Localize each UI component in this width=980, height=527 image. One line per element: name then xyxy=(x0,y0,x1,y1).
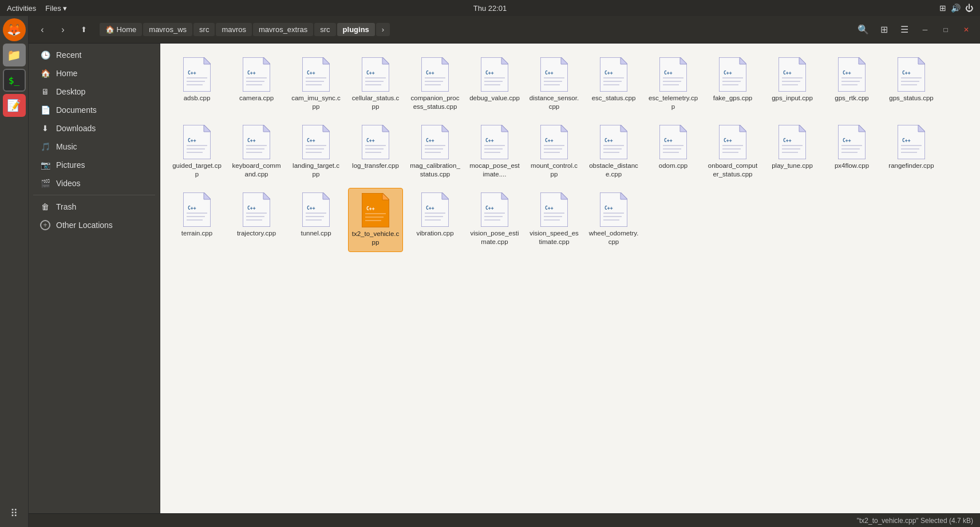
file-item[interactable]: C++ distance_sensor.cpp xyxy=(527,53,582,116)
file-grid: C++ adsb.cpp C++ camera.cpp C++ cam_imu_… xyxy=(169,53,971,252)
sidebar-item-recent[interactable]: 🕒 Recent xyxy=(31,46,157,64)
svg-text:C++: C++ xyxy=(426,206,434,211)
search-button[interactable]: 🔍 xyxy=(854,21,872,39)
taskbar-files[interactable]: 📁 xyxy=(3,44,26,66)
parent-folder-button[interactable]: ⬆ xyxy=(74,21,93,39)
file-label: mag_calibration_status.cpp xyxy=(410,162,460,179)
file-item[interactable]: C++ cellular_status.cpp xyxy=(348,53,403,116)
taskbar-terminal[interactable]: $_ xyxy=(3,69,26,92)
file-label: companion_process_status.cpp xyxy=(410,94,460,111)
file-item[interactable]: C++ obstacle_distance.cpp xyxy=(586,120,641,183)
svg-marker-43 xyxy=(621,57,627,64)
svg-text:C++: C++ xyxy=(664,138,673,143)
svg-text:C++: C++ xyxy=(247,206,256,211)
back-button[interactable]: ‹ xyxy=(33,21,52,39)
file-item[interactable]: C++ esc_status.cpp xyxy=(586,53,641,116)
sidebar-item-music[interactable]: 🎵 Music xyxy=(31,138,157,155)
file-icon: C++ xyxy=(302,192,330,227)
file-label: vision_pose_estimate.cpp xyxy=(469,229,520,246)
svg-marker-73 xyxy=(918,57,925,64)
taskbar-apps[interactable]: ⠿ xyxy=(3,502,26,525)
files-menu[interactable]: Files ▾ xyxy=(45,4,67,13)
file-icon: C++ xyxy=(481,57,508,92)
file-item[interactable]: C++ play_tune.cpp xyxy=(765,120,820,183)
breadcrumb-mavros[interactable]: mavros xyxy=(216,23,252,36)
view-options-button[interactable]: ⊞ xyxy=(875,21,893,39)
file-label: debug_value.cpp xyxy=(469,94,520,103)
file-item[interactable]: C++ adsb.cpp xyxy=(169,53,224,116)
breadcrumb-plugins[interactable]: plugins xyxy=(337,23,375,36)
sidebar-item-desktop[interactable]: 🖥 Desktop xyxy=(31,83,157,100)
sidebar-item-trash[interactable]: 🗑 Trash xyxy=(31,198,157,215)
taskbar-notepad[interactable]: 📝 xyxy=(3,94,26,117)
file-item[interactable]: C++ landing_target.cpp xyxy=(289,120,343,183)
file-item[interactable]: C++ gps_rtk.cpp xyxy=(824,53,879,116)
file-item[interactable]: C++ esc_telemetry.cpp xyxy=(646,53,701,116)
recent-icon: 🕒 xyxy=(40,50,50,60)
sidebar-item-downloads[interactable]: ⬇ Downloads xyxy=(31,120,157,137)
svg-text:C++: C++ xyxy=(188,138,196,143)
window-close[interactable]: ✕ xyxy=(957,21,975,39)
window-maximize[interactable]: □ xyxy=(936,21,955,39)
file-item[interactable]: C++ terrain.cpp xyxy=(169,188,224,252)
file-item[interactable]: C++ mount_control.cpp xyxy=(527,120,582,183)
file-item[interactable]: C++ mocap_pose_estimate.... xyxy=(467,120,522,183)
file-item[interactable]: C++ wheel_odometry.cpp xyxy=(586,188,641,252)
file-item[interactable]: C++ log_transfer.cpp xyxy=(348,120,403,183)
sidebar-item-pictures[interactable]: 📷 Pictures xyxy=(31,156,157,174)
breadcrumb-more[interactable]: › xyxy=(376,23,390,36)
file-label: tunnel.cpp xyxy=(301,229,331,238)
file-item[interactable]: C++ onboard_computer_status.cpp xyxy=(705,120,760,183)
svg-marker-139 xyxy=(799,125,806,132)
file-item[interactable]: C++ rangefinder.cpp xyxy=(884,120,939,183)
breadcrumb-mavros-extras[interactable]: mavros_extras xyxy=(253,23,313,36)
window-minimize[interactable]: ─ xyxy=(916,21,934,39)
file-item[interactable]: C++ trajectory.cpp xyxy=(229,188,284,252)
file-label: log_transfer.cpp xyxy=(352,162,399,170)
sidebar-item-documents[interactable]: 📄 Documents xyxy=(31,101,157,119)
menu-button[interactable]: ☰ xyxy=(895,21,914,39)
activities-label[interactable]: Activities xyxy=(7,4,36,13)
sidebar-item-home[interactable]: 🏠 Home xyxy=(31,65,157,82)
file-label: trajectory.cpp xyxy=(237,229,276,238)
file-item[interactable]: C++ vision_pose_estimate.cpp xyxy=(467,188,522,252)
sidebar-item-videos[interactable]: 🎬 Videos xyxy=(31,175,157,192)
svg-text:C++: C++ xyxy=(664,70,673,76)
file-icon: C++ xyxy=(659,125,687,159)
taskbar-firefox[interactable]: 🦊 xyxy=(3,18,26,41)
svg-text:C++: C++ xyxy=(902,138,911,143)
svg-text:C++: C++ xyxy=(366,70,375,76)
file-item[interactable]: C++ vibration.cpp xyxy=(408,188,463,252)
breadcrumb-src1[interactable]: src xyxy=(193,23,215,36)
file-item[interactable]: C++ gps_status.cpp xyxy=(884,53,939,116)
breadcrumb-src2[interactable]: src xyxy=(314,23,335,36)
svg-text:C++: C++ xyxy=(724,138,732,143)
sidebar-item-other-locations[interactable]: + Other Locations xyxy=(31,217,157,234)
file-item[interactable]: C++ tx2_to_vehicle.cpp xyxy=(348,188,403,252)
svg-marker-127 xyxy=(680,125,687,132)
svg-marker-187 xyxy=(501,192,508,199)
file-item[interactable]: C++ debug_value.cpp xyxy=(467,53,522,116)
file-item[interactable]: C++ px4flow.cpp xyxy=(824,120,879,183)
file-item[interactable]: C++ camera.cpp xyxy=(229,53,284,116)
file-item[interactable]: C++ tunnel.cpp xyxy=(289,188,343,252)
file-item[interactable]: C++ gps_input.cpp xyxy=(765,53,820,116)
file-item[interactable]: C++ cam_imu_sync.cpp xyxy=(289,53,343,116)
file-label: play_tune.cpp xyxy=(772,162,813,170)
file-item[interactable]: C++ companion_process_status.cpp xyxy=(408,53,463,116)
file-label: keyboard_command.cpp xyxy=(231,162,282,179)
svg-text:C++: C++ xyxy=(545,206,554,211)
breadcrumb-home[interactable]: 🏠 Home xyxy=(100,23,142,36)
forward-button[interactable]: › xyxy=(54,21,72,39)
file-item[interactable]: C++ odom.cpp xyxy=(646,120,701,183)
file-item[interactable]: C++ keyboard_command.cpp xyxy=(229,120,284,183)
file-item[interactable]: C++ guided_target.cpp xyxy=(169,120,224,183)
svg-text:C++: C++ xyxy=(485,206,494,211)
file-item[interactable]: C++ fake_gps.cpp xyxy=(705,53,760,116)
file-label: mount_control.cpp xyxy=(529,162,579,179)
file-item[interactable]: C++ mag_calibration_status.cpp xyxy=(408,120,463,183)
toolbar-right: 🔍 ⊞ ☰ ─ □ ✕ xyxy=(854,21,975,39)
sidebar-label-desktop: Desktop xyxy=(56,87,85,96)
breadcrumb-mavros-ws[interactable]: mavros_ws xyxy=(143,23,192,36)
file-item[interactable]: C++ vision_speed_estimate.cpp xyxy=(527,188,582,252)
